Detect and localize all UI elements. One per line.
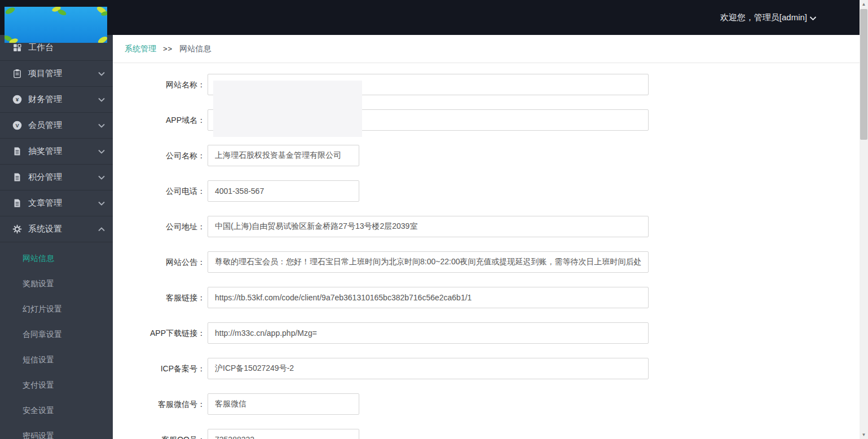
form-row-site-notice: 网站公告： [113, 251, 860, 273]
site-notice-input[interactable] [208, 251, 649, 273]
app-download-link-input[interactable] [208, 322, 649, 344]
chevron-down-icon [98, 72, 105, 76]
document-icon [12, 172, 22, 182]
customer-qq-input[interactable] [208, 429, 359, 439]
site-logo [5, 7, 107, 43]
sidebar-item-label: 系统设置 [28, 224, 98, 234]
gear-icon [12, 224, 22, 234]
scrollbar[interactable]: ▲ ▼ [860, 0, 868, 439]
chevron-up-icon [98, 227, 105, 232]
svg-text:V: V [15, 123, 19, 128]
form-row-icp-number: ICP备案号： [113, 358, 860, 379]
sidebar-subitem-password-settings[interactable]: 密码设置 [0, 423, 113, 439]
form-row-company-address: 公司地址： [113, 216, 860, 237]
sidebar-item-finance[interactable]: ¥ 财务管理 [0, 87, 113, 113]
field-label: 公司电话： [113, 180, 208, 202]
user-menu[interactable]: 欢迎您，管理员[admin] [720, 0, 817, 35]
form-row-customer-service-link: 客服链接： [113, 287, 860, 308]
sidebar-item-articles[interactable]: 文章管理 [0, 190, 113, 216]
chevron-down-icon [98, 175, 105, 180]
field-label: APP下载链接： [113, 322, 208, 344]
chevron-down-icon [809, 16, 817, 21]
company-address-input[interactable] [208, 216, 649, 237]
scrollbar-thumb[interactable] [860, 9, 867, 140]
topbar: 欢迎您，管理员[admin] [0, 0, 860, 35]
field-label: 网站公告： [113, 251, 208, 273]
company-phone-input[interactable] [208, 180, 359, 202]
breadcrumb-separator: >> [163, 45, 173, 53]
sidebar-item-projects[interactable]: 项目管理 [0, 61, 113, 87]
clipboard-icon [12, 69, 22, 78]
form-row-company-name: 公司名称： [113, 145, 860, 166]
field-label: 客服QQ号： [113, 429, 208, 439]
form-row-qq-number: 客服QQ号： [113, 429, 860, 439]
sidebar-item-label: 文章管理 [28, 198, 98, 209]
customer-wechat-input[interactable] [208, 393, 359, 415]
sidebar-subitem-contract-seal-settings[interactable]: 合同章设置 [0, 322, 113, 347]
chevron-down-icon [98, 123, 105, 128]
sidebar-subitem-sms-settings[interactable]: 短信设置 [0, 347, 113, 373]
sidebar-item-system-settings[interactable]: 系统设置 [0, 216, 113, 242]
icp-number-input[interactable] [208, 358, 649, 379]
redaction-overlay [213, 81, 362, 137]
field-label: 网站名称： [113, 74, 208, 95]
sidebar-item-points[interactable]: 积分管理 [0, 165, 113, 190]
sidebar-item-label: 会员管理 [28, 120, 98, 131]
svg-text:¥: ¥ [16, 96, 19, 103]
field-label: 客服链接： [113, 287, 208, 308]
welcome-text: 欢迎您，管理员[admin] [720, 12, 807, 23]
form-row-company-phone: 公司电话： [113, 180, 860, 202]
sidebar-subitem-reward-settings[interactable]: 奖励设置 [0, 271, 113, 296]
customer-service-link-input[interactable] [208, 287, 649, 308]
sidebar-item-label: 财务管理 [28, 94, 98, 105]
grid-icon [12, 43, 22, 52]
sidebar-subitem-payment-settings[interactable]: 支付设置 [0, 373, 113, 398]
document-icon [12, 147, 22, 156]
chevron-down-icon [98, 149, 105, 154]
scroll-up-arrow-icon[interactable]: ▲ [860, 0, 868, 8]
chevron-down-icon [98, 201, 105, 206]
member-circle-icon: V [12, 121, 22, 130]
sidebar-item-lottery[interactable]: 抽奖管理 [0, 139, 113, 165]
field-label: APP域名： [113, 109, 208, 131]
breadcrumb-section-link[interactable]: 系统管理 [125, 44, 156, 54]
form-row-app-download-link: APP下载链接： [113, 322, 860, 344]
breadcrumb-current-page: 网站信息 [179, 44, 211, 54]
sidebar-item-label: 项目管理 [28, 68, 98, 79]
document-icon [12, 198, 22, 208]
sidebar-item-label: 积分管理 [28, 172, 98, 183]
field-label: 公司地址： [113, 216, 208, 237]
scroll-down-arrow-icon[interactable]: ▼ [860, 431, 868, 439]
sidebar-item-label: 抽奖管理 [28, 146, 98, 157]
company-name-input[interactable] [208, 145, 359, 166]
yen-circle-icon: ¥ [12, 95, 22, 104]
field-label: 客服微信号： [113, 393, 208, 415]
sidebar-subitem-security-settings[interactable]: 安全设置 [0, 398, 113, 423]
sidebar-item-members[interactable]: V 会员管理 [0, 113, 113, 139]
sidebar: 工作台 项目管理 ¥ 财务管理 V 会员管理 抽奖管理 积分管理 [0, 35, 113, 439]
sidebar-subitem-slideshow-settings[interactable]: 幻灯片设置 [0, 296, 113, 322]
field-label: 公司名称： [113, 145, 208, 166]
sidebar-subitem-site-info[interactable]: 网站信息 [0, 246, 113, 271]
system-settings-submenu: 网站信息 奖励设置 幻灯片设置 合同章设置 短信设置 支付设置 安全设置 密码设… [0, 242, 113, 439]
chevron-down-icon [98, 97, 105, 102]
field-label: ICP备案号： [113, 358, 208, 379]
breadcrumb: 系统管理 >> 网站信息 [113, 35, 860, 63]
sidebar-item-label: 工作台 [28, 42, 105, 53]
form-row-wechat-id: 客服微信号： [113, 393, 860, 415]
